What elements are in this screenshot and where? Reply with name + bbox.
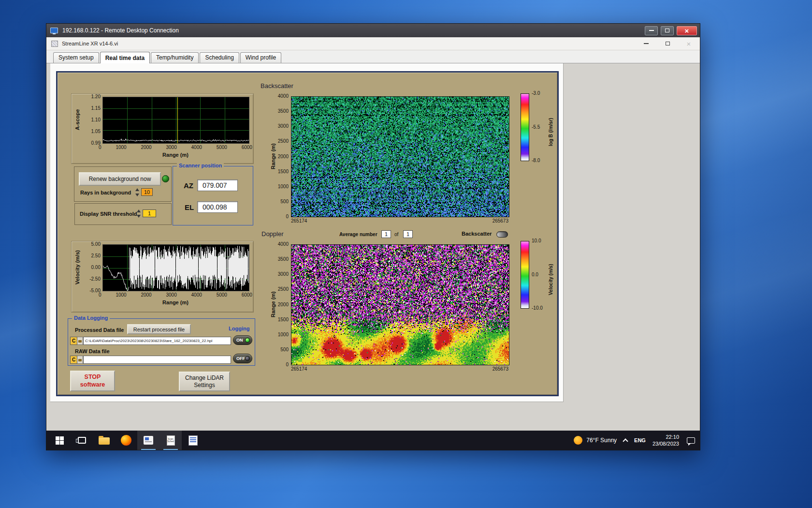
- velocity-plot-area: [102, 244, 249, 291]
- lidar-front-panel: A-scope 1.201.151.101.050.99 01000200030…: [56, 71, 559, 396]
- of-label: of: [394, 232, 398, 237]
- snr-value-field[interactable]: 1: [143, 209, 156, 217]
- increment-icon[interactable]: [137, 209, 141, 212]
- rays-spinner[interactable]: [134, 188, 140, 196]
- restart-processed-file-button[interactable]: Restart processed file: [127, 324, 191, 334]
- tick-label: 0: [99, 292, 102, 298]
- backscatter-colorbar: [521, 93, 529, 161]
- rdp-window: 192.168.0.122 - Remote Desktop Connectio…: [46, 23, 700, 450]
- weather-widget[interactable]: 76°F Sunny: [574, 436, 617, 445]
- increment-icon[interactable]: [135, 188, 139, 191]
- file-explorer-button[interactable]: [93, 431, 115, 450]
- tick-label: 500: [280, 347, 289, 352]
- windows-logo-icon: [56, 436, 64, 445]
- notification-center-icon[interactable]: [687, 437, 695, 444]
- average-total-value[interactable]: 1: [403, 230, 413, 238]
- velocity-xtick-labels: 0100020003000400050006000: [99, 292, 252, 298]
- processed-path-field[interactable]: C:\LiDAR\Data\Proc\2023\202308\20230823\…: [83, 337, 231, 345]
- labview-icon: [144, 436, 153, 445]
- backscatter-colorbar-label: log B (/m/sr): [547, 104, 554, 160]
- raw-path-control: C: [70, 356, 231, 364]
- document-icon: [188, 435, 198, 446]
- raw-logging-toggle[interactable]: OFF: [233, 354, 252, 363]
- tick-label: -2.50: [89, 276, 101, 282]
- ascope-xtick-labels: 0100020003000400050006000: [99, 145, 252, 150]
- tick-label: -5.5: [532, 124, 540, 130]
- change-line2: Settings: [194, 382, 215, 389]
- tick-label: 1000: [116, 292, 126, 298]
- processed-data-file-label: Processed Data file: [75, 327, 124, 333]
- tab-scheduling[interactable]: Scheduling: [200, 52, 239, 63]
- tick-label: 5000: [217, 292, 227, 298]
- tab-real-time-data[interactable]: Real time data: [100, 52, 150, 63]
- tick-label: 4000: [191, 292, 202, 298]
- labview-app-button[interactable]: [137, 431, 160, 450]
- tray-expand-chevron-icon[interactable]: [623, 438, 628, 444]
- scan-scheduler-button[interactable]: Scan Sched: [160, 431, 182, 450]
- firefox-button[interactable]: [115, 431, 137, 450]
- rdp-window-controls: ×: [645, 26, 697, 35]
- vi-close-button[interactable]: ×: [684, 39, 693, 48]
- decrement-icon[interactable]: [135, 194, 139, 196]
- clock[interactable]: 22:10 23/08/2023: [652, 433, 679, 448]
- tick-label: 3000: [166, 292, 177, 298]
- doppler-colorbar-ticks: 10.00.0-10.0: [532, 238, 548, 311]
- stop-software-button[interactable]: STOP software: [70, 371, 115, 391]
- rdp-restore-button[interactable]: [661, 26, 674, 35]
- tick-label: 6000: [242, 292, 252, 298]
- tick-label: 1500: [278, 317, 289, 322]
- rdp-titlebar[interactable]: 192.168.0.122 - Remote Desktop Connectio…: [46, 24, 700, 37]
- azimuth-value[interactable]: 079.007: [197, 179, 238, 191]
- tab-temp-humidity[interactable]: Temp/humidity: [151, 52, 199, 63]
- vi-minimize-button[interactable]: [642, 39, 651, 48]
- tab-system-setup[interactable]: System setup: [53, 52, 99, 63]
- raw-data-file-label: RAW Data file: [75, 348, 110, 354]
- tick-label: 500: [280, 199, 289, 204]
- off-led-icon: [245, 356, 250, 361]
- processed-logging-toggle[interactable]: ON: [233, 335, 252, 345]
- tick-label: 3500: [278, 256, 289, 262]
- vi-restore-button[interactable]: [663, 39, 672, 48]
- rdp-minimize-button[interactable]: [645, 26, 658, 35]
- taskbar-icons: Scan Sched: [46, 431, 204, 450]
- backscatter-xtick-labels: 265174 265673: [291, 218, 508, 224]
- restore-icon: [666, 42, 670, 45]
- browse-folder-icon[interactable]: [77, 337, 83, 345]
- decrement-icon[interactable]: [137, 215, 141, 218]
- vi-titlebar[interactable]: StreamLine XR v14-6.vi ×: [46, 37, 700, 50]
- average-number-value[interactable]: 1: [381, 230, 391, 238]
- doppler-ytick-labels: 40003500300025002000150010005000: [274, 241, 289, 367]
- data-logging-title: Data Logging: [72, 315, 110, 321]
- tab-wind-profile[interactable]: Wind profile: [240, 52, 281, 63]
- velocity-ytick-labels: 5.002.500.00-2.50-5.00: [83, 241, 101, 293]
- tick-label: 10.0: [532, 238, 541, 243]
- snr-spinner[interactable]: [136, 209, 141, 218]
- elevation-value[interactable]: 000.098: [197, 201, 238, 213]
- ascope-ylabel: A-scope: [73, 97, 81, 143]
- firefox-icon: [121, 435, 131, 446]
- raw-path-field[interactable]: [83, 356, 231, 364]
- tick-label: 4000: [278, 241, 289, 247]
- taskbar: Scan Sched 76°F Sunny ENG 22:10 23/08/20…: [46, 431, 700, 450]
- tick-label: 1000: [278, 184, 289, 189]
- notepad-button[interactable]: [182, 431, 204, 450]
- language-indicator[interactable]: ENG: [634, 437, 646, 443]
- doppler-colorbar: [521, 241, 529, 309]
- azimuth-label: AZ: [184, 181, 193, 190]
- processed-drive-button[interactable]: C: [70, 337, 77, 345]
- browse-folder-icon[interactable]: [77, 356, 83, 364]
- renew-background-button[interactable]: Renew background now: [79, 172, 161, 186]
- backscatter-display-toggle[interactable]: [496, 231, 508, 238]
- rays-value-field[interactable]: 10: [141, 188, 153, 196]
- raw-drive-button[interactable]: C: [70, 356, 77, 364]
- tick-label: 0.00: [91, 265, 101, 270]
- vi-window-controls: ×: [642, 39, 693, 48]
- tick-label: 0: [286, 362, 289, 367]
- start-button[interactable]: [48, 431, 71, 450]
- tick-label: 2000: [278, 154, 289, 159]
- task-view-button[interactable]: [71, 431, 93, 450]
- rdp-close-button[interactable]: ×: [677, 26, 697, 35]
- logging-label: Logging: [229, 326, 249, 331]
- change-lidar-settings-button[interactable]: Change LiDAR Settings: [179, 372, 230, 391]
- off-label: OFF: [236, 356, 245, 361]
